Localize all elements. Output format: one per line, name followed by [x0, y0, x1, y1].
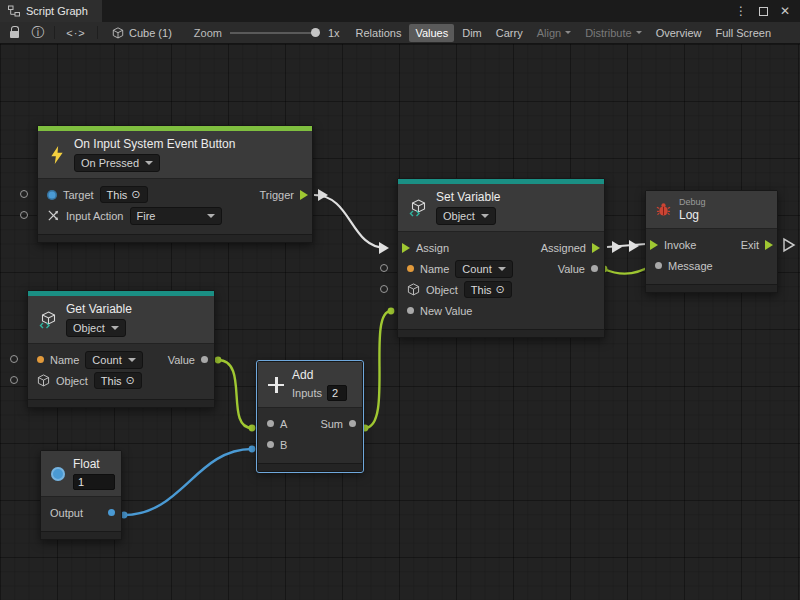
value-output-port[interactable] — [201, 356, 208, 363]
chevron-down-icon — [481, 214, 489, 218]
node-set-variable[interactable]: Set Variable Object Assign Assigned — [397, 178, 605, 338]
input-action-dropdown[interactable]: Fire — [130, 207, 222, 225]
variable-icon — [38, 310, 58, 330]
string-port-icon[interactable] — [37, 356, 44, 363]
node-footer — [28, 399, 214, 407]
float-value-field[interactable] — [73, 474, 115, 490]
input-action-label: Input Action — [66, 210, 124, 222]
graph-object-label[interactable]: Cube (1) — [129, 27, 172, 39]
wire-endpoint — [249, 425, 256, 432]
wire-output-to-b[interactable] — [124, 449, 252, 515]
new-value-row: New Value — [398, 300, 604, 321]
tab-bar: Script Graph ⋮ ✕ — [0, 0, 800, 22]
object-row: Object This ⊙ — [28, 370, 214, 391]
tab-script-graph[interactable]: Script Graph — [0, 0, 102, 22]
name-row: Name Count Value — [398, 258, 604, 279]
variable-scope-dropdown[interactable]: Object — [66, 319, 126, 337]
cube-icon — [112, 27, 124, 39]
node-body: Target This ⊙ Trigger Input Action — [38, 179, 312, 234]
node-body: Output — [41, 497, 121, 531]
node-title: Set Variable — [436, 190, 500, 204]
name-input-port[interactable] — [10, 355, 18, 363]
node-footer — [646, 284, 777, 292]
input-action-port[interactable] — [20, 211, 28, 219]
input-action-row: Input Action Fire — [38, 205, 312, 226]
full-screen-button[interactable]: Full Screen — [709, 24, 777, 42]
relations-button[interactable]: Relations — [350, 24, 408, 42]
node-header: On Input System Event Button On Pressed — [38, 131, 312, 179]
string-port-icon[interactable] — [407, 265, 414, 272]
carry-button[interactable]: Carry — [490, 24, 529, 42]
assigned-label: Assigned — [541, 242, 586, 254]
exit-wire-arrow-icon[interactable] — [784, 239, 794, 251]
node-debug-log[interactable]: Debug Log Invoke Exit Message — [645, 190, 778, 293]
lock-icon[interactable] — [6, 27, 22, 38]
wire-sum-to-new-value[interactable] — [365, 311, 391, 428]
variable-name-dropdown[interactable]: Count — [455, 260, 513, 278]
bug-icon — [656, 202, 671, 217]
event-mode-dropdown[interactable]: On Pressed — [74, 154, 160, 172]
a-input-port[interactable] — [267, 420, 274, 427]
node-header: Float — [41, 451, 121, 497]
code-icon[interactable]: <·> — [63, 27, 89, 39]
invoke-input-port[interactable] — [650, 240, 658, 250]
exit-label: Exit — [741, 239, 759, 251]
info-icon[interactable]: ⓘ — [30, 24, 46, 42]
message-label: Message — [668, 260, 713, 272]
dim-button[interactable]: Dim — [456, 24, 488, 42]
values-button[interactable]: Values — [409, 24, 454, 42]
exit-output-port[interactable] — [765, 240, 773, 250]
target-this-value: This — [107, 189, 128, 201]
output-port[interactable] — [108, 509, 115, 516]
sum-output-port[interactable] — [349, 420, 356, 427]
target-this-chip[interactable]: This ⊙ — [100, 186, 148, 203]
menu-icon[interactable]: ⋮ — [735, 5, 747, 17]
node-add[interactable]: Add Inputs A Sum B — [257, 361, 363, 472]
assigned-output-port[interactable] — [592, 243, 600, 253]
message-input-port[interactable] — [655, 262, 662, 269]
name-input-port[interactable] — [380, 264, 388, 272]
node-footer — [41, 531, 121, 539]
object-input-port[interactable] — [380, 285, 388, 293]
zoom-slider-knob[interactable] — [311, 28, 320, 37]
object-this-chip[interactable]: This ⊙ — [464, 281, 512, 298]
input-action-value: Fire — [137, 210, 156, 222]
value-output-port[interactable] — [591, 265, 598, 272]
node-body: Name Count Value Object — [28, 344, 214, 399]
b-input-port[interactable] — [267, 441, 274, 448]
object-row: Object This ⊙ — [398, 279, 604, 300]
node-float[interactable]: Float Output — [40, 450, 122, 540]
wire-arrow-icon — [318, 189, 328, 201]
align-button-label: Align — [537, 27, 561, 39]
window-controls: ⋮ ✕ — [735, 0, 800, 22]
zoom-slider[interactable] — [230, 32, 320, 34]
object-this-chip[interactable]: This ⊙ — [94, 372, 142, 389]
object-label: Object — [56, 375, 88, 387]
object-input-port[interactable] — [10, 376, 18, 384]
close-icon[interactable]: ✕ — [780, 5, 790, 17]
wire-trigger-to-assign[interactable] — [314, 195, 386, 248]
maximize-icon[interactable] — [759, 7, 768, 16]
wire-endpoint — [215, 357, 222, 364]
graph-canvas[interactable]: On Input System Event Button On Pressed … — [0, 44, 800, 600]
variable-name-dropdown[interactable]: Count — [85, 351, 143, 369]
variable-scope-dropdown[interactable]: Object — [436, 207, 496, 225]
new-value-input-port[interactable] — [407, 307, 414, 314]
target-input-port[interactable] — [20, 190, 28, 198]
node-body: Invoke Exit Message — [646, 229, 777, 284]
node-get-variable[interactable]: Get Variable Object Name Count — [27, 290, 215, 408]
node-body: A Sum B — [258, 408, 362, 463]
chevron-down-icon — [636, 31, 642, 34]
output-label: Output — [50, 507, 83, 519]
target-icon: ⊙ — [496, 283, 505, 296]
node-header: Debug Log — [646, 191, 777, 229]
wire-value-to-a[interactable] — [218, 360, 252, 428]
align-button[interactable]: Align — [531, 24, 577, 42]
node-on-input-system-event-button[interactable]: On Input System Event Button On Pressed … — [37, 125, 313, 243]
node-header: Add Inputs — [258, 362, 362, 408]
trigger-output-port[interactable] — [300, 190, 308, 200]
distribute-button[interactable]: Distribute — [579, 24, 647, 42]
inputs-count-field[interactable] — [327, 385, 347, 401]
overview-button[interactable]: Overview — [650, 24, 708, 42]
assign-input-port[interactable] — [402, 243, 410, 253]
